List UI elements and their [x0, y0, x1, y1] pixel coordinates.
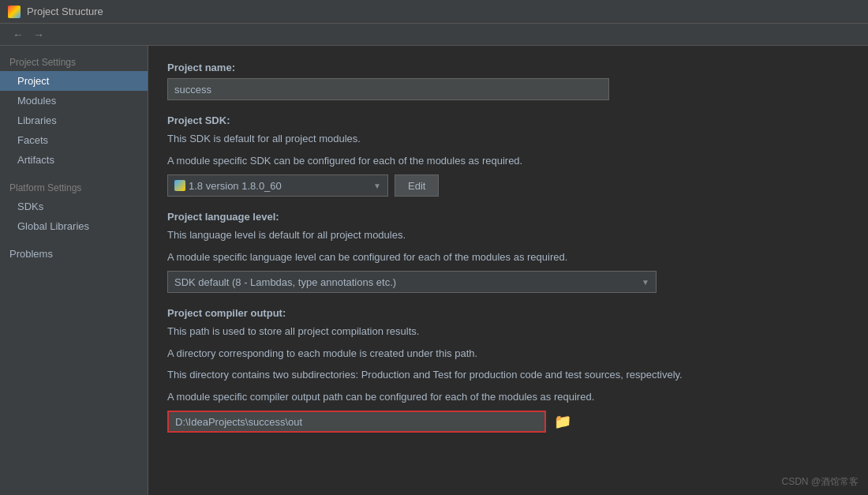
language-level-arrow: ▼	[642, 278, 649, 287]
project-sdk-info1: This SDK is default for all project modu…	[167, 131, 849, 147]
platform-settings-label: Platform Settings	[0, 178, 148, 197]
sidebar-item-artifacts[interactable]: Artifacts	[0, 150, 148, 170]
language-level-row: SDK default (8 - Lambdas, type annotatio…	[167, 271, 849, 293]
content-area: Project name: Project SDK: This SDK is d…	[148, 46, 868, 495]
folder-icon: 📁	[554, 414, 571, 429]
sidebar-item-sdks[interactable]: SDKs	[0, 197, 148, 216]
back-button[interactable]: ←	[8, 27, 28, 43]
compiler-output-info1: This path is used to store all project c…	[167, 324, 849, 339]
project-sdk-label: Project SDK:	[167, 114, 849, 126]
sdk-dropdown[interactable]: 1.8 version 1.8.0_60 ▼	[167, 174, 388, 197]
folder-browse-button[interactable]: 📁	[551, 411, 574, 432]
project-name-label: Project name:	[167, 62, 849, 73]
project-language-info1: This language level is default for all p…	[167, 227, 849, 243]
compiler-output-row: 📁	[167, 411, 849, 433]
sidebar: Project Settings Project Modules Librari…	[0, 46, 148, 495]
compiler-output-info2: A directory corresponding to each module…	[167, 346, 849, 362]
main-layout: Project Settings Project Modules Librari…	[0, 46, 868, 495]
project-name-section: Project name:	[167, 62, 849, 100]
title-bar: Project Structure	[0, 0, 868, 24]
compiler-output-section: Project compiler output: This path is us…	[167, 307, 849, 433]
sdk-version-icon	[174, 180, 185, 191]
sidebar-item-global-libraries[interactable]: Global Libraries	[0, 216, 148, 236]
compiler-output-info3: This directory contains two subdirectori…	[167, 367, 849, 383]
compiler-output-info4: A module specific compiler output path c…	[167, 389, 849, 405]
title-bar-text: Project Structure	[27, 6, 103, 17]
project-sdk-section: Project SDK: This SDK is default for all…	[167, 114, 849, 197]
sdk-edit-button[interactable]: Edit	[395, 174, 439, 197]
sdk-icon: 1.8 version 1.8.0_60	[174, 180, 282, 192]
language-level-dropdown[interactable]: SDK default (8 - Lambdas, type annotatio…	[167, 271, 657, 293]
project-name-input[interactable]	[167, 78, 609, 100]
project-settings-label: Project Settings	[0, 52, 148, 71]
sdk-row: 1.8 version 1.8.0_60 ▼ Edit	[167, 174, 849, 197]
project-sdk-info2: A module specific SDK can be configured …	[167, 153, 849, 169]
project-language-info2: A module specific language level can be …	[167, 249, 849, 265]
forward-button[interactable]: →	[28, 27, 49, 43]
app-icon	[8, 6, 21, 18]
language-level-value: SDK default (8 - Lambdas, type annotatio…	[174, 276, 396, 288]
project-language-section: Project language level: This language le…	[167, 211, 849, 293]
sidebar-item-facets[interactable]: Facets	[0, 130, 148, 150]
sidebar-item-libraries[interactable]: Libraries	[0, 111, 148, 130]
sdk-value: 1.8 version 1.8.0_60	[189, 180, 282, 192]
nav-bar: ← →	[0, 24, 868, 46]
project-language-label: Project language level:	[167, 211, 849, 223]
compiler-output-input[interactable]	[167, 411, 546, 433]
sidebar-item-problems[interactable]: Problems	[0, 244, 148, 264]
sidebar-item-modules[interactable]: Modules	[0, 91, 148, 111]
sdk-dropdown-arrow: ▼	[373, 182, 381, 190]
sidebar-item-project[interactable]: Project	[0, 71, 148, 91]
compiler-output-label: Project compiler output:	[167, 307, 849, 319]
